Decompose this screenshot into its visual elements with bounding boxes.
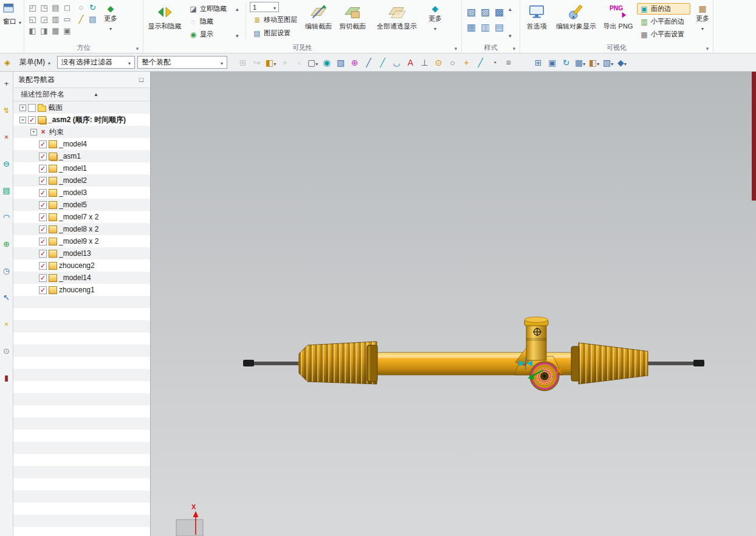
tree-checkbox[interactable]: ✓ — [39, 262, 47, 270]
tree-row[interactable]: ✓zhouceng1 — [13, 284, 150, 296]
tree-row[interactable]: ✓_model13 — [13, 247, 150, 259]
render-scene-button[interactable]: ◔ — [487, 56, 501, 69]
edit-section-button[interactable]: 编辑截面 — [303, 2, 334, 30]
orient-view-button[interactable]: ◧ — [264, 56, 278, 69]
tree-row[interactable]: ✓_model3 — [13, 187, 150, 199]
tree-checkbox[interactable]: ✓ — [39, 213, 47, 221]
tree-checkbox[interactable] — [28, 104, 36, 112]
perspective-button[interactable]: ○ — [75, 2, 87, 13]
tree-row[interactable]: ✓_model1 — [13, 162, 150, 174]
export-png-button[interactable]: PNG 导出 PNG — [602, 2, 634, 30]
visibility-more-button[interactable]: ◆ 更多 — [425, 2, 445, 32]
view-isometric-button[interactable]: ▥ — [50, 13, 61, 25]
orientation-more-button[interactable]: ◆ 更多 — [101, 2, 120, 32]
tree-row[interactable]: ✓_model4 — [13, 138, 150, 150]
snapshot-button[interactable]: ▣ — [545, 56, 559, 69]
steering-rack-model[interactable]: X — [151, 72, 756, 536]
show-only-button[interactable]: ▫ — [292, 56, 306, 69]
window-button[interactable]: 窗口 — [2, 16, 22, 27]
tree-expander[interactable]: − — [19, 117, 26, 123]
view-trimetric-button[interactable]: ▭ — [61, 13, 73, 25]
style-partially-shaded-button[interactable]: ▩ — [492, 4, 506, 19]
tree-checkbox[interactable]: ✓ — [39, 238, 47, 246]
tools-tab-button[interactable]: ⊙ — [1, 345, 12, 356]
scroll-down-icon[interactable] — [509, 31, 516, 40]
tree-checkbox[interactable]: ✓ — [39, 201, 47, 209]
immediate-hide-button[interactable]: ◪ 立即隐藏 — [186, 3, 233, 15]
style-studio-button[interactable]: ▥ — [478, 19, 492, 35]
dropdown-caret-icon[interactable] — [624, 58, 627, 67]
face-edges-button[interactable]: ▣ 面的边 — [637, 3, 690, 15]
history-tab-button[interactable]: ◷ — [1, 265, 12, 276]
dropdown-caret-icon[interactable] — [583, 58, 585, 67]
tree-row[interactable]: −✓_asm2 (顺序: 时间顺序) — [13, 114, 150, 126]
show-through-all-button[interactable]: 全部通透显示 — [371, 2, 423, 30]
tree-row[interactable]: +×约束 — [13, 126, 150, 138]
constraint-navigator-tab-button[interactable]: × — [1, 131, 12, 142]
view-top-button[interactable]: ▤ — [50, 2, 61, 13]
tree-checkbox[interactable]: ✓ — [39, 225, 47, 233]
tree-row[interactable]: ✓_model2 — [13, 174, 150, 187]
group-dialog-launcher-icon[interactable] — [134, 44, 140, 52]
scroll-up-icon[interactable] — [236, 4, 243, 13]
manage-tab-button[interactable]: × — [1, 318, 12, 329]
facet-settings-button[interactable]: ▦ 小平面设置 — [637, 29, 690, 40]
grid-display-button[interactable]: ▦ — [573, 56, 587, 69]
group-dialog-launcher-icon[interactable] — [511, 44, 517, 52]
move-to-layer-button[interactable]: ≣ 移动至图层 — [250, 14, 300, 26]
rotate-view-button[interactable]: ◧ — [27, 25, 38, 36]
regenerate-view-button[interactable]: ↻ — [87, 2, 98, 13]
style-shaded-button[interactable]: ▨ — [478, 4, 492, 19]
right-boot-clamp[interactable] — [571, 346, 579, 381]
menu-button[interactable]: 菜单(M) — [15, 56, 55, 69]
process-studio-tab-button[interactable]: ↖ — [1, 292, 12, 303]
left-rod-end[interactable] — [243, 360, 254, 366]
tree-checkbox[interactable]: ✓ — [39, 153, 47, 160]
snap-text-button[interactable]: A — [404, 56, 418, 69]
tree-checkbox[interactable]: ✓ — [39, 189, 47, 197]
tree-row[interactable]: ✓_asm1 — [13, 150, 150, 162]
tree-checkbox[interactable]: ✓ — [28, 116, 36, 124]
tree-expander[interactable]: + — [30, 129, 37, 136]
tree-row[interactable]: ✓zhouceng2 — [13, 259, 150, 272]
group-dialog-launcher-icon[interactable] — [704, 44, 710, 52]
quick-access-tab-button[interactable]: ↯ — [1, 105, 12, 115]
tree-checkbox[interactable]: ✓ — [39, 286, 47, 294]
work-layer-combo[interactable]: 1 — [250, 2, 279, 12]
sphere-select-button[interactable]: ◉ — [320, 56, 334, 69]
view-bottom-button[interactable]: ◻ — [61, 2, 73, 13]
style-wireframe-button[interactable]: ▦ — [464, 19, 478, 35]
view-front-button[interactable]: ◰ — [27, 2, 38, 13]
layer-visible-in-view-button[interactable]: ▤ — [87, 13, 98, 25]
snap-circle-button[interactable]: ○ — [445, 56, 459, 69]
tree-row[interactable]: ✓_model8 x 2 — [13, 223, 150, 235]
tree-row[interactable]: ✓_model14 — [13, 272, 150, 284]
dropdown-caret-icon[interactable] — [611, 58, 613, 67]
clip-section-button[interactable]: 剪切截面 — [337, 2, 368, 30]
steering-rack-assembly[interactable] — [243, 317, 704, 391]
snap-endpoint-button[interactable]: ╱ — [362, 56, 376, 69]
style-shaded-with-edges-button[interactable]: ▧ — [464, 4, 478, 19]
tree-checkbox[interactable]: ✓ — [39, 274, 47, 282]
view-back-button[interactable]: ◳ — [38, 2, 50, 13]
tree-expander[interactable]: + — [19, 105, 26, 111]
tree-row[interactable]: ✓_model9 x 2 — [13, 235, 150, 247]
tree-row[interactable]: ✓_model5 — [13, 199, 150, 211]
left-tie-rod[interactable] — [253, 362, 301, 365]
snap-midpoint-button[interactable]: ╱ — [376, 56, 390, 69]
dropdown-caret-icon[interactable] — [597, 58, 599, 67]
navigator-column-header[interactable]: 描述性部件名 ▲ — [13, 88, 150, 101]
facet-edges-button[interactable]: ▥ 小平面的边 — [637, 16, 690, 27]
group-dialog-launcher-icon[interactable] — [453, 44, 459, 52]
object-list-button[interactable]: ≡ — [501, 56, 515, 69]
view-cube-box[interactable] — [176, 520, 203, 536]
fit-view-button[interactable]: ⊞ — [236, 56, 250, 69]
show-button[interactable]: ◉ 显示 — [186, 29, 233, 40]
select-rectangle-button[interactable]: ▢ — [306, 56, 320, 69]
layer-settings-button[interactable]: ▤ 图层设置 — [250, 27, 300, 39]
style-face-analysis-button[interactable]: ▤ — [492, 19, 506, 35]
right-tie-rod[interactable] — [647, 362, 695, 365]
tree-checkbox[interactable]: ✓ — [39, 140, 47, 148]
snap-center-button[interactable]: ⊙ — [431, 56, 445, 69]
templates-tab-button[interactable]: ▮ — [1, 372, 12, 383]
